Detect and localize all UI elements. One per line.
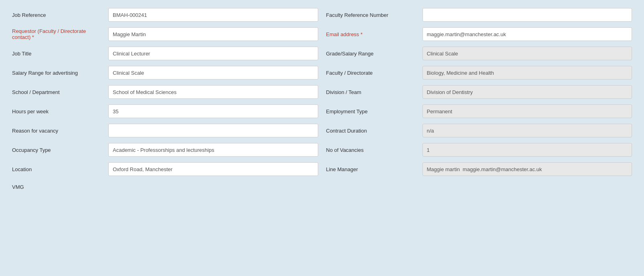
form-group-left-2: Job Title	[12, 47, 318, 60]
form-row: School / DepartmentDivision / Team	[12, 85, 632, 99]
input-line-manager[interactable]	[423, 162, 632, 176]
form-group-left-6: Reason for vacancy	[12, 124, 318, 137]
form-row: Requestor (Faculty / Directorate contact…	[12, 27, 632, 41]
input-job-title[interactable]	[108, 47, 318, 60]
form-group-left-8: Location	[12, 162, 318, 176]
form-row: Hours per weekEmployment Type	[12, 104, 632, 118]
form-group-left-3: Salary Range for advertising	[12, 66, 318, 80]
input-reason-for-vacancy[interactable]	[108, 124, 318, 137]
label-line-manager: Line Manager	[326, 166, 418, 172]
form-group-right-7: No of Vacancies	[326, 143, 632, 157]
form-group-right-0: Faculty Reference Number	[326, 8, 632, 22]
label-reason-for-vacancy: Reason for vacancy	[12, 128, 104, 134]
label-email-address: Email address *	[326, 31, 418, 37]
form-group-left-7: Occupancy Type	[12, 143, 318, 157]
input-occupancy-type[interactable]	[108, 143, 318, 157]
label-faculty-directorate: Faculty / Directorate	[326, 70, 418, 76]
form-group-right-6: Contract Duration	[326, 124, 632, 137]
form-row: Job ReferenceFaculty Reference Number	[12, 8, 632, 22]
label-contract-duration: Contract Duration	[326, 128, 418, 134]
input-no-of-vacancies[interactable]	[423, 143, 632, 157]
label-school-department: School / Department	[12, 89, 104, 95]
label-requestor: Requestor (Faculty / Directorate contact…	[12, 28, 104, 40]
form-row: Job TitleGrade/Salary Range	[12, 47, 632, 60]
input-job-reference[interactable]	[108, 8, 318, 22]
input-division-team[interactable]	[423, 85, 632, 99]
input-grade-salary-range[interactable]	[423, 47, 632, 60]
label-job-title: Job Title	[12, 51, 104, 57]
input-contract-duration[interactable]	[423, 124, 632, 137]
label-job-reference: Job Reference	[12, 12, 104, 18]
form-group-right-2: Grade/Salary Range	[326, 47, 632, 60]
input-requestor[interactable]	[108, 27, 318, 41]
label-employment-type: Employment Type	[326, 108, 418, 114]
form-group-left-0: Job Reference	[12, 8, 318, 22]
form-group-right-4: Division / Team	[326, 85, 632, 99]
input-school-department[interactable]	[108, 85, 318, 99]
label-faculty-reference-number: Faculty Reference Number	[326, 12, 418, 18]
label-grade-salary-range: Grade/Salary Range	[326, 51, 418, 57]
input-location[interactable]	[108, 162, 318, 176]
form-row: Reason for vacancyContract Duration	[12, 124, 632, 137]
input-employment-type[interactable]	[423, 104, 632, 118]
form-group-right-5: Employment Type	[326, 104, 632, 118]
label-hours-per-week: Hours per week	[12, 108, 104, 114]
label-location: Location	[12, 166, 104, 172]
form-group-right-1: Email address *	[326, 27, 632, 41]
footer-vmg: VMG	[12, 184, 632, 190]
input-faculty-reference-number[interactable]	[423, 8, 632, 22]
input-email-address[interactable]	[423, 27, 632, 41]
label-no-of-vacancies: No of Vacancies	[326, 147, 418, 153]
label-salary-range-advertising: Salary Range for advertising	[12, 70, 104, 76]
form-group-left-5: Hours per week	[12, 104, 318, 118]
form-row: LocationLine Manager	[12, 162, 632, 176]
form-group-left-4: School / Department	[12, 85, 318, 99]
input-faculty-directorate[interactable]	[423, 66, 632, 80]
form-group-right-8: Line Manager	[326, 162, 632, 176]
label-division-team: Division / Team	[326, 89, 418, 95]
label-occupancy-type: Occupancy Type	[12, 147, 104, 153]
form-row: Occupancy TypeNo of Vacancies	[12, 143, 632, 157]
form-group-right-3: Faculty / Directorate	[326, 66, 632, 80]
form-row: Salary Range for advertisingFaculty / Di…	[12, 66, 632, 80]
form-group-left-1: Requestor (Faculty / Directorate contact…	[12, 27, 318, 41]
input-hours-per-week[interactable]	[108, 104, 318, 118]
form-container: Job ReferenceFaculty Reference NumberReq…	[12, 8, 632, 190]
input-salary-range-advertising[interactable]	[108, 66, 318, 80]
